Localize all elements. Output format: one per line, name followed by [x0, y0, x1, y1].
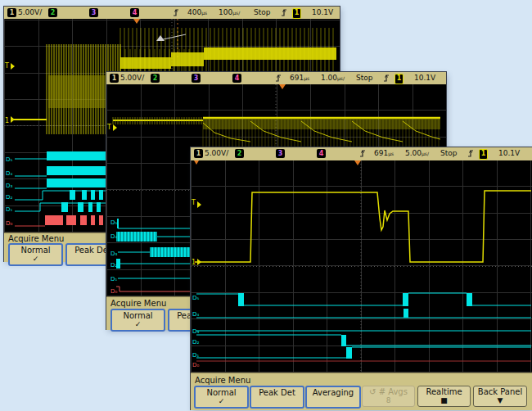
status-header: 1 5.00V/ 2 3 4 691µs 1.00µs/ Stop 1 10.1…	[106, 72, 446, 84]
cycle-icon: ↺	[369, 387, 376, 396]
softkey-num-avgs: ↺ # Avgs 8	[362, 386, 415, 407]
delay-value: 691	[374, 149, 388, 157]
waveform-display	[191, 160, 532, 373]
trigger-source-indicator[interactable]: 1	[394, 74, 404, 84]
softkey-label: Normal	[206, 388, 236, 397]
trigger-source-indicator[interactable]: 1	[479, 149, 488, 160]
softkey-label: Averaging	[313, 388, 354, 397]
softkey-label: Realtime	[426, 387, 462, 396]
trigger-slope-icon	[281, 8, 287, 19]
softkey-label: # Avgs	[379, 387, 408, 396]
status-header: 1 5.00V/ 2 3 4 691µs 5.00µs/ Stop 1 10.1…	[191, 147, 532, 160]
channel-4-indicator[interactable]: 4	[317, 149, 326, 158]
channel-4-indicator[interactable]: 4	[130, 8, 139, 17]
timebase-unit: µs/	[337, 75, 345, 81]
delay-unit: µs	[388, 151, 394, 156]
softkey-peak-det[interactable]: Peak Det	[250, 386, 304, 409]
channel-2-indicator[interactable]: 2	[151, 74, 160, 83]
channel-3-indicator[interactable]: 3	[89, 8, 98, 17]
avgs-count: 8	[363, 397, 414, 404]
trigger-position-icon	[275, 74, 282, 84]
scope-window-front[interactable]: 1 5.00V/ 2 3 4 691µs 5.00µs/ Stop 1 10.1…	[191, 147, 532, 409]
softkey-averaging[interactable]: Averaging	[305, 386, 361, 409]
channel-3-indicator[interactable]: 3	[192, 74, 201, 83]
softkey-label: Back Panel	[478, 387, 522, 396]
trigger-level: 10.1V	[498, 149, 520, 157]
menu-title: Acquire Menu	[8, 234, 64, 243]
delay-time: 400µs	[187, 8, 201, 16]
trigger-slope-icon	[383, 74, 390, 84]
delay-unit: µs	[201, 10, 207, 16]
trigger-level: 10.1V	[414, 74, 435, 82]
timebase-value: 1.00	[321, 74, 337, 82]
softkey-back-panel[interactable]: Back Panel ▼	[473, 386, 527, 407]
checkmark-icon: ✓	[196, 398, 247, 405]
channel-2-indicator[interactable]: 2	[235, 149, 244, 158]
channel-3-indicator[interactable]: 3	[276, 149, 285, 158]
channel-4-indicator[interactable]: 4	[232, 74, 241, 83]
checkmark-icon: ✓	[112, 321, 164, 328]
softkey-menu: Acquire Menu Normal ✓ Peak Det Averaging…	[191, 373, 532, 410]
timebase: 100µs/	[219, 8, 232, 16]
softkey-normal[interactable]: Normal ✓	[8, 243, 63, 266]
timebase-unit: µs/	[422, 151, 429, 156]
menu-title: Acquire Menu	[195, 376, 250, 385]
softkey-label: Peak Det	[259, 388, 295, 397]
run-state: Stop	[356, 74, 372, 82]
menu-title: Acquire Menu	[110, 299, 166, 308]
channel-1-scale: 5.00V/	[120, 74, 144, 82]
softkey-label: Normal	[123, 311, 152, 320]
softkey-label: Normal	[20, 246, 50, 255]
down-arrow-icon: ▼	[474, 397, 526, 404]
trigger-source-indicator[interactable]: 1	[292, 8, 301, 19]
softkey-realtime[interactable]: Realtime ■	[417, 386, 471, 407]
trigger-slope-icon	[467, 149, 474, 160]
toggle-square-icon: ■	[418, 397, 470, 404]
trigger-level: 10.1V	[312, 8, 333, 16]
timebase: 5.00µs/	[405, 149, 422, 157]
channel-1-indicator[interactable]: 1	[7, 8, 16, 17]
delay-time: 691µs	[374, 149, 388, 157]
timebase-value: 5.00	[405, 149, 422, 157]
timebase-value: 100	[219, 8, 232, 16]
delay-time: 691µs	[290, 74, 304, 82]
timebase-unit: µs/	[232, 10, 240, 16]
checkmark-icon: ✓	[10, 255, 61, 263]
channel-1-indicator[interactable]: 1	[110, 74, 119, 83]
delay-value: 400	[187, 8, 201, 16]
trigger-position-icon	[173, 8, 179, 19]
trigger-position-icon	[359, 149, 366, 160]
status-header: 1 5.00V/ 2 3 4 400µs 100µs/ Stop 1 10.1V	[4, 7, 340, 19]
channel-1-scale: 5.00V/	[205, 149, 228, 157]
channel-1-scale: 5.00V/	[18, 8, 42, 16]
run-state: Stop	[254, 8, 270, 16]
delay-unit: µs	[304, 75, 309, 81]
softkey-normal[interactable]: Normal ✓	[110, 309, 165, 332]
timebase: 1.00µs/	[321, 74, 337, 82]
softkey-normal[interactable]: Normal ✓	[194, 386, 249, 409]
run-state: Stop	[440, 149, 457, 157]
desktop: { "colors":{"background":"#d6e6f5","head…	[0, 0, 532, 411]
channel-1-indicator[interactable]: 1	[194, 149, 203, 158]
delay-value: 691	[290, 74, 304, 82]
channel-2-indicator[interactable]: 2	[48, 8, 57, 17]
